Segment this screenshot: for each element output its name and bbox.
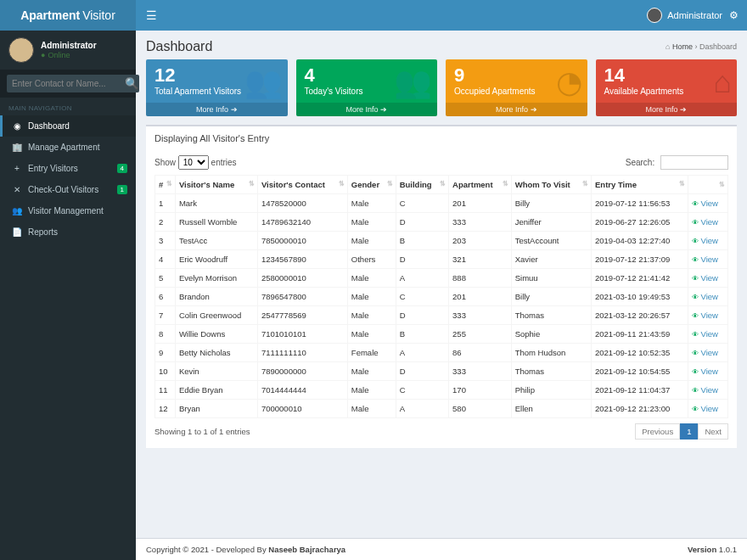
- view-link[interactable]: View: [692, 367, 717, 376]
- view-link[interactable]: View: [692, 311, 717, 320]
- table-cell: Male: [347, 306, 396, 325]
- avatar[interactable]: [647, 8, 662, 23]
- table-cell: 86: [449, 344, 512, 362]
- table-cell: 2021-03-12 20:26:57: [592, 306, 688, 325]
- sidebar-item-label: Check-Out Visitors: [28, 185, 98, 194]
- sidebar-item-visitor-management[interactable]: 👥Visitor Management: [0, 200, 136, 221]
- sidebar-item-dashboard[interactable]: ◉Dashboard: [0, 115, 136, 137]
- table-cell: 203: [449, 232, 512, 250]
- table-cell: 333: [449, 306, 512, 325]
- sidebar-item-entry-visitors[interactable]: +Entry Visitors4: [0, 158, 136, 179]
- more-info-link[interactable]: More Info ➔: [446, 103, 587, 116]
- pagination: Previous 1 Next: [635, 423, 728, 440]
- more-info-link[interactable]: More Info ➔: [596, 103, 738, 116]
- table-cell: Russell Womble: [175, 213, 257, 232]
- col-header[interactable]: ⇅: [688, 176, 728, 194]
- sidebar-item-reports[interactable]: 📄Reports: [0, 221, 136, 243]
- col-header[interactable]: Visitor's Contact⇅: [257, 176, 347, 194]
- view-link[interactable]: View: [692, 217, 717, 227]
- view-link[interactable]: View: [692, 292, 717, 301]
- table-cell: 4: [155, 250, 176, 269]
- logo-bold: Apartment: [20, 8, 80, 22]
- stat-icon: ◔: [556, 64, 582, 100]
- sidebar: Administrator Online 🔍 MAIN NAVIGATION ◉…: [0, 31, 136, 560]
- table-cell: 2019-06-27 12:26:05: [592, 213, 688, 232]
- page-prev[interactable]: Previous: [635, 423, 680, 440]
- stat-box-blue: 12Total Aparment Visitors👥More Info ➔: [146, 59, 288, 116]
- sort-icon: ⇅: [339, 180, 344, 188]
- table-cell: Willie Downs: [175, 325, 257, 344]
- table-row: 5Evelyn Morrison2580000010MaleA888Simuu2…: [155, 269, 728, 288]
- col-header[interactable]: Whom To Visit⇅: [511, 176, 591, 194]
- top-username[interactable]: Administrator: [667, 10, 722, 20]
- table-cell: A: [396, 344, 448, 362]
- view-link[interactable]: View: [692, 236, 717, 245]
- table-cell: 2019-07-12 21:41:42: [592, 269, 688, 288]
- view-link[interactable]: View: [692, 348, 717, 357]
- sidebar-item-check-out-visitors[interactable]: ✕Check-Out Visitors1: [0, 179, 136, 200]
- table-search-input[interactable]: [660, 155, 728, 170]
- action-cell: View: [688, 288, 728, 306]
- crumb-home[interactable]: Home: [672, 42, 693, 51]
- action-cell: View: [688, 362, 728, 381]
- col-header[interactable]: Visitor's Name⇅: [175, 176, 257, 194]
- col-header[interactable]: Apartment⇅: [449, 176, 512, 194]
- table-cell: 3: [155, 232, 176, 250]
- table-cell: Colin Greenwood: [175, 306, 257, 325]
- view-link[interactable]: View: [692, 385, 717, 395]
- view-link[interactable]: View: [692, 404, 717, 413]
- table-cell: Male: [347, 232, 396, 250]
- col-header[interactable]: #⇅: [155, 176, 176, 194]
- table-cell: 2580000010: [257, 269, 347, 288]
- table-cell: Simuu: [511, 269, 591, 288]
- table-cell: Male: [347, 362, 396, 381]
- table-cell: Thomas: [511, 362, 591, 381]
- table-cell: Mark: [175, 194, 257, 213]
- content-header: Dashboard ⌂ Home › Dashboard: [136, 31, 747, 59]
- table-cell: 2021-03-10 19:49:53: [592, 288, 688, 306]
- table-cell: Betty Nicholas: [175, 344, 257, 362]
- sort-icon: ⇅: [387, 180, 392, 188]
- menu-icon: ✕: [11, 185, 23, 194]
- more-info-link[interactable]: More Info ➔: [296, 103, 438, 116]
- table-cell: 321: [449, 250, 512, 269]
- table-cell: Evelyn Morrison: [175, 269, 257, 288]
- view-link[interactable]: View: [692, 255, 717, 264]
- sidebar-item-manage-apartment[interactable]: 🏢Manage Apartment: [0, 137, 136, 158]
- top-header: Apartment Visitor ☰ Administrator ⚙: [0, 0, 747, 31]
- menu-icon: +: [11, 164, 23, 173]
- table-cell: 2: [155, 213, 176, 232]
- sidebar-toggle[interactable]: ☰: [136, 8, 167, 22]
- menu-icon: ◉: [11, 121, 23, 131]
- gear-icon[interactable]: ⚙: [729, 9, 739, 21]
- col-header[interactable]: Building⇅: [396, 176, 448, 194]
- stat-box-red: 14Available Apartments⌂More Info ➔: [596, 59, 738, 116]
- more-info-link[interactable]: More Info ➔: [146, 103, 288, 116]
- sort-icon: ⇅: [503, 180, 508, 188]
- col-header[interactable]: Entry Time⇅: [592, 176, 688, 194]
- table-cell: 7: [155, 306, 176, 325]
- table-cell: A: [396, 269, 448, 288]
- table-cell: 2019-07-12 11:56:53: [592, 194, 688, 213]
- sidebar-item-label: Entry Visitors: [28, 164, 78, 173]
- table-cell: Kevin: [175, 362, 257, 381]
- logo[interactable]: Apartment Visitor: [0, 0, 136, 31]
- search-input[interactable]: [7, 75, 125, 92]
- col-header[interactable]: Gender⇅: [347, 176, 396, 194]
- action-cell: View: [688, 306, 728, 325]
- action-cell: View: [688, 269, 728, 288]
- breadcrumb: ⌂ Home › Dashboard: [666, 42, 737, 51]
- view-link[interactable]: View: [692, 273, 717, 283]
- page-next[interactable]: Next: [698, 423, 728, 440]
- view-link[interactable]: View: [692, 199, 717, 208]
- page-length-select[interactable]: 10: [178, 155, 209, 170]
- table-cell: 7850000010: [257, 232, 347, 250]
- table-cell: 7101010101: [257, 325, 347, 344]
- table-cell: 5: [155, 269, 176, 288]
- visitors-table: #⇅Visitor's Name⇅Visitor's Contact⇅Gende…: [154, 175, 728, 418]
- action-cell: View: [688, 232, 728, 250]
- page-1[interactable]: 1: [680, 423, 698, 440]
- view-link[interactable]: View: [692, 329, 717, 339]
- table-cell: 888: [449, 269, 512, 288]
- table-cell: Xavier: [511, 250, 591, 269]
